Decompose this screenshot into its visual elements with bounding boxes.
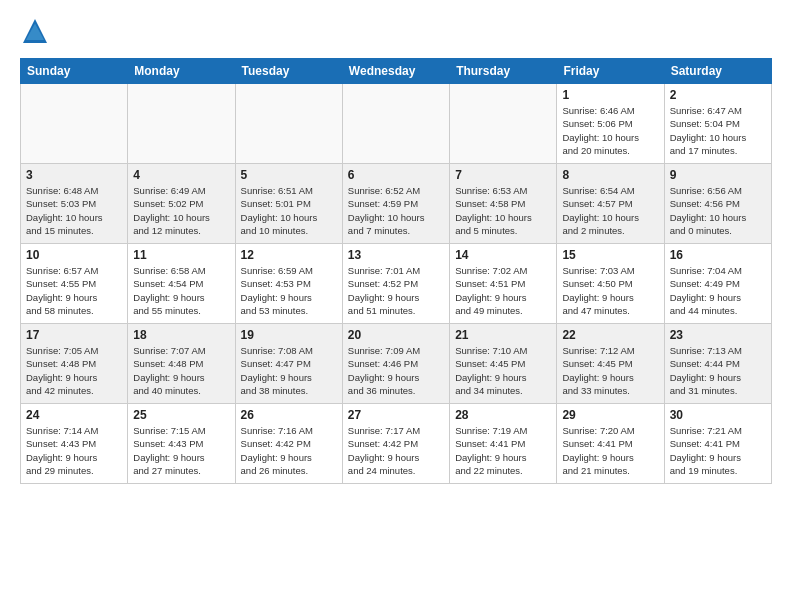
day-info: Sunrise: 6:59 AM Sunset: 4:53 PM Dayligh…: [241, 264, 337, 317]
calendar-cell: 15Sunrise: 7:03 AM Sunset: 4:50 PM Dayli…: [557, 244, 664, 324]
calendar-cell: 6Sunrise: 6:52 AM Sunset: 4:59 PM Daylig…: [342, 164, 449, 244]
day-info: Sunrise: 7:01 AM Sunset: 4:52 PM Dayligh…: [348, 264, 444, 317]
day-number: 14: [455, 248, 551, 262]
calendar-week-row: 1Sunrise: 6:46 AM Sunset: 5:06 PM Daylig…: [21, 84, 772, 164]
calendar-week-row: 10Sunrise: 6:57 AM Sunset: 4:55 PM Dayli…: [21, 244, 772, 324]
day-number: 22: [562, 328, 658, 342]
day-info: Sunrise: 7:02 AM Sunset: 4:51 PM Dayligh…: [455, 264, 551, 317]
calendar-header-saturday: Saturday: [664, 59, 771, 84]
day-info: Sunrise: 7:16 AM Sunset: 4:42 PM Dayligh…: [241, 424, 337, 477]
day-number: 16: [670, 248, 766, 262]
day-number: 2: [670, 88, 766, 102]
calendar-cell: 27Sunrise: 7:17 AM Sunset: 4:42 PM Dayli…: [342, 404, 449, 484]
calendar-cell: 14Sunrise: 7:02 AM Sunset: 4:51 PM Dayli…: [450, 244, 557, 324]
header: [20, 16, 772, 46]
day-info: Sunrise: 7:12 AM Sunset: 4:45 PM Dayligh…: [562, 344, 658, 397]
calendar-cell: 8Sunrise: 6:54 AM Sunset: 4:57 PM Daylig…: [557, 164, 664, 244]
day-info: Sunrise: 6:54 AM Sunset: 4:57 PM Dayligh…: [562, 184, 658, 237]
calendar-cell: 20Sunrise: 7:09 AM Sunset: 4:46 PM Dayli…: [342, 324, 449, 404]
day-info: Sunrise: 7:07 AM Sunset: 4:48 PM Dayligh…: [133, 344, 229, 397]
day-number: 29: [562, 408, 658, 422]
calendar-cell: 30Sunrise: 7:21 AM Sunset: 4:41 PM Dayli…: [664, 404, 771, 484]
day-info: Sunrise: 7:08 AM Sunset: 4:47 PM Dayligh…: [241, 344, 337, 397]
calendar-cell: 7Sunrise: 6:53 AM Sunset: 4:58 PM Daylig…: [450, 164, 557, 244]
day-number: 20: [348, 328, 444, 342]
calendar-cell: 29Sunrise: 7:20 AM Sunset: 4:41 PM Dayli…: [557, 404, 664, 484]
day-info: Sunrise: 6:46 AM Sunset: 5:06 PM Dayligh…: [562, 104, 658, 157]
day-number: 21: [455, 328, 551, 342]
calendar-header-thursday: Thursday: [450, 59, 557, 84]
day-info: Sunrise: 6:58 AM Sunset: 4:54 PM Dayligh…: [133, 264, 229, 317]
day-number: 3: [26, 168, 122, 182]
calendar-week-row: 17Sunrise: 7:05 AM Sunset: 4:48 PM Dayli…: [21, 324, 772, 404]
calendar-cell: [235, 84, 342, 164]
day-number: 30: [670, 408, 766, 422]
day-number: 7: [455, 168, 551, 182]
calendar-cell: 18Sunrise: 7:07 AM Sunset: 4:48 PM Dayli…: [128, 324, 235, 404]
day-number: 8: [562, 168, 658, 182]
calendar: SundayMondayTuesdayWednesdayThursdayFrid…: [20, 58, 772, 484]
day-number: 12: [241, 248, 337, 262]
calendar-header-tuesday: Tuesday: [235, 59, 342, 84]
day-number: 19: [241, 328, 337, 342]
day-info: Sunrise: 7:15 AM Sunset: 4:43 PM Dayligh…: [133, 424, 229, 477]
day-info: Sunrise: 6:49 AM Sunset: 5:02 PM Dayligh…: [133, 184, 229, 237]
day-number: 15: [562, 248, 658, 262]
day-number: 23: [670, 328, 766, 342]
day-info: Sunrise: 6:57 AM Sunset: 4:55 PM Dayligh…: [26, 264, 122, 317]
calendar-header-friday: Friday: [557, 59, 664, 84]
calendar-cell: [128, 84, 235, 164]
day-info: Sunrise: 7:13 AM Sunset: 4:44 PM Dayligh…: [670, 344, 766, 397]
calendar-cell: 10Sunrise: 6:57 AM Sunset: 4:55 PM Dayli…: [21, 244, 128, 324]
day-number: 6: [348, 168, 444, 182]
day-number: 1: [562, 88, 658, 102]
calendar-cell: 17Sunrise: 7:05 AM Sunset: 4:48 PM Dayli…: [21, 324, 128, 404]
day-number: 11: [133, 248, 229, 262]
logo: [20, 16, 54, 46]
calendar-cell: 1Sunrise: 6:46 AM Sunset: 5:06 PM Daylig…: [557, 84, 664, 164]
day-info: Sunrise: 7:14 AM Sunset: 4:43 PM Dayligh…: [26, 424, 122, 477]
day-number: 26: [241, 408, 337, 422]
calendar-cell: [342, 84, 449, 164]
day-number: 17: [26, 328, 122, 342]
calendar-cell: 22Sunrise: 7:12 AM Sunset: 4:45 PM Dayli…: [557, 324, 664, 404]
day-number: 28: [455, 408, 551, 422]
calendar-cell: 5Sunrise: 6:51 AM Sunset: 5:01 PM Daylig…: [235, 164, 342, 244]
page: SundayMondayTuesdayWednesdayThursdayFrid…: [0, 0, 792, 494]
calendar-cell: 19Sunrise: 7:08 AM Sunset: 4:47 PM Dayli…: [235, 324, 342, 404]
calendar-header-wednesday: Wednesday: [342, 59, 449, 84]
calendar-cell: 2Sunrise: 6:47 AM Sunset: 5:04 PM Daylig…: [664, 84, 771, 164]
calendar-cell: 3Sunrise: 6:48 AM Sunset: 5:03 PM Daylig…: [21, 164, 128, 244]
day-info: Sunrise: 7:21 AM Sunset: 4:41 PM Dayligh…: [670, 424, 766, 477]
day-info: Sunrise: 7:09 AM Sunset: 4:46 PM Dayligh…: [348, 344, 444, 397]
calendar-cell: 21Sunrise: 7:10 AM Sunset: 4:45 PM Dayli…: [450, 324, 557, 404]
day-info: Sunrise: 7:04 AM Sunset: 4:49 PM Dayligh…: [670, 264, 766, 317]
calendar-cell: 4Sunrise: 6:49 AM Sunset: 5:02 PM Daylig…: [128, 164, 235, 244]
day-info: Sunrise: 6:51 AM Sunset: 5:01 PM Dayligh…: [241, 184, 337, 237]
calendar-cell: 28Sunrise: 7:19 AM Sunset: 4:41 PM Dayli…: [450, 404, 557, 484]
day-number: 27: [348, 408, 444, 422]
calendar-cell: 25Sunrise: 7:15 AM Sunset: 4:43 PM Dayli…: [128, 404, 235, 484]
day-number: 18: [133, 328, 229, 342]
calendar-week-row: 24Sunrise: 7:14 AM Sunset: 4:43 PM Dayli…: [21, 404, 772, 484]
logo-icon: [20, 16, 50, 46]
day-number: 10: [26, 248, 122, 262]
calendar-cell: 9Sunrise: 6:56 AM Sunset: 4:56 PM Daylig…: [664, 164, 771, 244]
day-number: 24: [26, 408, 122, 422]
calendar-cell: 16Sunrise: 7:04 AM Sunset: 4:49 PM Dayli…: [664, 244, 771, 324]
calendar-header-row: SundayMondayTuesdayWednesdayThursdayFrid…: [21, 59, 772, 84]
day-number: 9: [670, 168, 766, 182]
day-info: Sunrise: 7:03 AM Sunset: 4:50 PM Dayligh…: [562, 264, 658, 317]
day-number: 13: [348, 248, 444, 262]
day-info: Sunrise: 6:56 AM Sunset: 4:56 PM Dayligh…: [670, 184, 766, 237]
calendar-cell: [450, 84, 557, 164]
day-info: Sunrise: 6:48 AM Sunset: 5:03 PM Dayligh…: [26, 184, 122, 237]
calendar-cell: 24Sunrise: 7:14 AM Sunset: 4:43 PM Dayli…: [21, 404, 128, 484]
day-info: Sunrise: 6:53 AM Sunset: 4:58 PM Dayligh…: [455, 184, 551, 237]
day-info: Sunrise: 7:19 AM Sunset: 4:41 PM Dayligh…: [455, 424, 551, 477]
day-info: Sunrise: 7:05 AM Sunset: 4:48 PM Dayligh…: [26, 344, 122, 397]
calendar-cell: 13Sunrise: 7:01 AM Sunset: 4:52 PM Dayli…: [342, 244, 449, 324]
day-info: Sunrise: 6:52 AM Sunset: 4:59 PM Dayligh…: [348, 184, 444, 237]
calendar-cell: 26Sunrise: 7:16 AM Sunset: 4:42 PM Dayli…: [235, 404, 342, 484]
calendar-cell: 23Sunrise: 7:13 AM Sunset: 4:44 PM Dayli…: [664, 324, 771, 404]
